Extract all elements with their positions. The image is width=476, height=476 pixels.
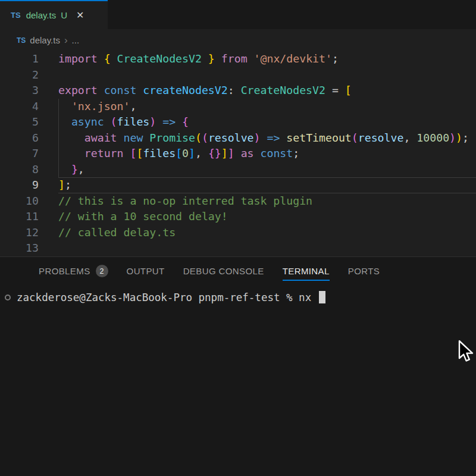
- code-line[interactable]: 2: [0, 67, 476, 83]
- line-number: 13: [0, 240, 39, 256]
- panel-tab-label: TERMINAL: [283, 266, 330, 281]
- line-number: 8: [0, 162, 39, 178]
- terminal-view[interactable]: zackderose@Zacks-MacBook-Pro pnpm-ref-te…: [0, 285, 476, 475]
- typescript-file-icon: TS: [17, 36, 26, 45]
- panel-tab-label: DEBUG CONSOLE: [183, 266, 264, 276]
- problems-count-badge: 2: [96, 265, 108, 277]
- breadcrumb-file[interactable]: delay.ts: [30, 35, 60, 45]
- panel-tab-debug-console[interactable]: DEBUG CONSOLE: [183, 266, 264, 276]
- panel-tabs: PROBLEMS2OUTPUTDEBUG CONSOLETERMINALPORT…: [0, 257, 476, 285]
- panel-tab-output[interactable]: OUTPUT: [127, 266, 165, 276]
- panel-tab-label: PORTS: [348, 266, 380, 276]
- code-text: export const createNodesV2: CreateNodesV…: [58, 83, 476, 99]
- editor-lines: 1import { CreateNodesV2 } from '@nx/devk…: [0, 51, 476, 256]
- line-number: 6: [0, 130, 39, 146]
- code-text: import { CreateNodesV2 } from '@nx/devki…: [58, 51, 476, 67]
- code-text: },: [58, 162, 476, 178]
- terminal-prompt-text: zackderose@Zacks-MacBook-Pro pnpm-ref-te…: [17, 292, 318, 303]
- line-number: 11: [0, 209, 39, 225]
- code-text: [58, 67, 476, 83]
- line-number: 4: [0, 99, 39, 115]
- tab-delay-ts[interactable]: TS delay.ts U ✕: [0, 0, 108, 29]
- code-text: 'nx.json',: [58, 99, 476, 115]
- line-number: 9: [0, 177, 39, 193]
- line-number: 10: [0, 193, 39, 209]
- command-decoration-circle-icon: [5, 295, 11, 300]
- git-untracked-badge: U: [61, 10, 67, 20]
- vscode-window: TS delay.ts U ✕ TS delay.ts › ... 1impor…: [0, 0, 476, 476]
- code-line[interactable]: 11// with a 10 second delay!: [0, 209, 476, 225]
- code-line[interactable]: 8 },: [0, 162, 476, 178]
- code-text: // with a 10 second delay!: [58, 209, 476, 225]
- terminal-prompt-line: zackderose@Zacks-MacBook-Pro pnpm-ref-te…: [5, 291, 476, 303]
- tab-filename: delay.ts: [26, 10, 57, 20]
- code-text: async (files) => {: [58, 114, 476, 130]
- line-number: 7: [0, 146, 39, 162]
- code-line[interactable]: 3export const createNodesV2: CreateNodes…: [0, 83, 476, 99]
- code-text: // called delay.ts: [58, 225, 476, 241]
- code-line[interactable]: 13: [0, 240, 476, 256]
- chevron-right-icon: ›: [64, 35, 68, 45]
- breadcrumb-symbol-ellipsis[interactable]: ...: [72, 35, 80, 45]
- code-line[interactable]: 4 'nx.json',: [0, 99, 476, 115]
- code-editor[interactable]: 1import { CreateNodesV2 } from '@nx/devk…: [0, 51, 476, 256]
- breadcrumb: TS delay.ts › ...: [0, 29, 476, 51]
- code-line[interactable]: 1import { CreateNodesV2 } from '@nx/devk…: [0, 51, 476, 67]
- code-line[interactable]: 10// this is a no-op interred task plugi…: [0, 193, 476, 209]
- panel-tab-label: OUTPUT: [127, 266, 165, 276]
- code-line[interactable]: 5 async (files) => {: [0, 114, 476, 130]
- panel-tab-terminal[interactable]: TERMINAL: [283, 266, 330, 276]
- line-number: 2: [0, 67, 39, 83]
- line-number: 3: [0, 83, 39, 99]
- code-line[interactable]: 7 return [[files[0], {}]] as const;: [0, 146, 476, 162]
- editor-tab-bar: TS delay.ts U ✕: [0, 0, 476, 29]
- line-number: 5: [0, 114, 39, 130]
- code-line[interactable]: 6 await new Promise((resolve) => setTime…: [0, 130, 476, 146]
- terminal-block-cursor: [319, 291, 325, 303]
- code-line[interactable]: 9];: [0, 177, 476, 193]
- close-icon[interactable]: ✕: [76, 10, 84, 21]
- typescript-file-icon: TS: [11, 11, 21, 20]
- code-line[interactable]: 12// called delay.ts: [0, 225, 476, 241]
- panel-tab-problems[interactable]: PROBLEMS2: [39, 265, 108, 277]
- line-number: 1: [0, 51, 39, 67]
- code-text: return [[files[0], {}]] as const;: [58, 146, 476, 162]
- code-text: await new Promise((resolve) => setTimeou…: [58, 130, 476, 146]
- panel-tab-label: PROBLEMS: [39, 266, 90, 276]
- code-text: ];: [58, 177, 476, 193]
- panel-tab-ports[interactable]: PORTS: [348, 266, 380, 276]
- line-number: 12: [0, 225, 39, 241]
- code-text: // this is a no-op interred task plugin: [58, 193, 476, 209]
- code-text: [58, 240, 476, 256]
